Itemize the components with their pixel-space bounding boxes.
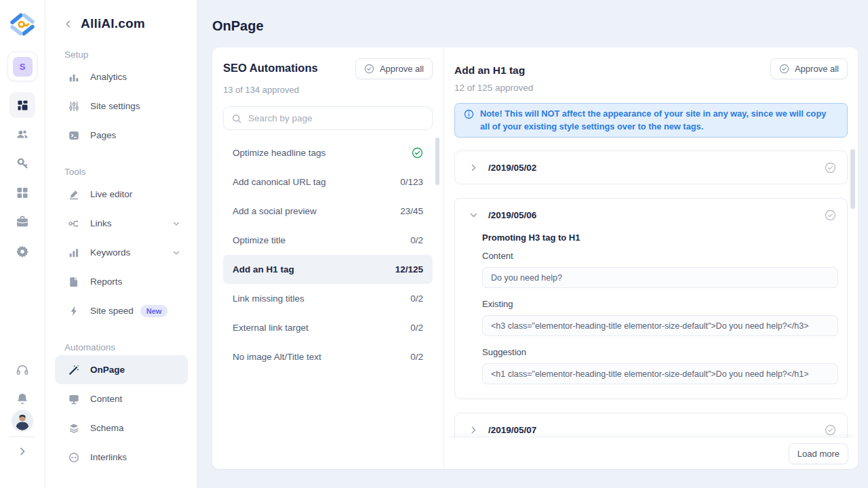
- page-path: /2019/05/02: [488, 163, 536, 173]
- workspace-initial: S: [13, 57, 33, 77]
- sidebar-item-label: OnPage: [90, 365, 125, 375]
- sidebar-item-schema[interactable]: Schema: [55, 413, 188, 443]
- load-more-label: Load more: [797, 449, 840, 459]
- bar-chart-icon: [68, 71, 80, 83]
- back-chevron-icon[interactable]: [63, 18, 74, 29]
- automation-count: 23/45: [400, 206, 423, 216]
- search-icon: [231, 113, 242, 124]
- approve-all-button[interactable]: Approve all: [355, 58, 433, 79]
- approve-page-button[interactable]: [825, 209, 836, 221]
- automation-count: 12/125: [395, 264, 423, 274]
- sidebar-item-live-editor[interactable]: Live editor: [55, 180, 188, 209]
- sidebar-item-label: Site settings: [90, 101, 140, 111]
- site-switcher: AlliAI.com: [45, 0, 197, 31]
- automation-item-optimize-headline-tags[interactable]: Optimize headline tags: [223, 138, 433, 167]
- sidebar-item-label: Reports: [90, 277, 122, 287]
- link-icon: [68, 451, 80, 464]
- sidebar-item-links[interactable]: Links: [55, 209, 188, 238]
- bars-icon: [68, 247, 80, 259]
- approve-page-button[interactable]: [825, 162, 836, 174]
- dashboard-icon[interactable]: [16, 186, 30, 200]
- automation-count: 0/123: [400, 177, 423, 187]
- page-path: /2019/05/06: [488, 210, 536, 220]
- sidebar-item-site-settings[interactable]: Site settings: [55, 92, 188, 121]
- gear-icon[interactable]: [16, 244, 30, 258]
- workspace-tab[interactable]: S: [7, 52, 37, 81]
- automation-list: Optimize headline tags Add canonical URL…: [223, 138, 433, 371]
- existing-label: Existing: [482, 299, 838, 309]
- bell-icon[interactable]: [16, 392, 30, 406]
- detail-scrollbar-thumb[interactable]: [850, 149, 855, 209]
- automation-item-no-image-alt-title-text[interactable]: No image Alt/Title text 0/2: [223, 342, 433, 371]
- automation-item-add-a-social-preview[interactable]: Add a social preview 23/45: [223, 197, 433, 226]
- sidebar-item-reports[interactable]: Reports: [55, 267, 188, 296]
- sidebar-item-interlinks[interactable]: Interlinks: [55, 443, 188, 472]
- user-avatar[interactable]: [12, 410, 33, 430]
- headphones-icon[interactable]: [16, 363, 30, 377]
- briefcase-icon[interactable]: [16, 215, 30, 229]
- sidebar-item-analytics[interactable]: Analytics: [55, 62, 188, 92]
- automation-item-optimize-title[interactable]: Optimize title 0/2: [223, 226, 433, 255]
- panel-title: SEO Automations: [223, 62, 318, 75]
- list-scrollbar-thumb[interactable]: [435, 138, 439, 185]
- automation-label: External link target: [233, 323, 309, 333]
- chevron-right-icon[interactable]: [17, 446, 28, 457]
- page-card-2019-05-02: /2019/05/02: [454, 150, 848, 184]
- automation-item-add-canonical-url-tag[interactable]: Add canonical URL tag 0/123: [223, 167, 433, 197]
- sliders-icon: [68, 100, 80, 113]
- section-label-tools: Tools: [64, 167, 178, 177]
- chevron-down-icon: [172, 220, 180, 228]
- load-more-button[interactable]: Load more: [789, 443, 848, 464]
- onpage-workcard: SEO Automations Approve all 13 of 134 ap…: [212, 47, 858, 469]
- content-value-input[interactable]: Do you need help?: [482, 267, 838, 288]
- magic-wand-icon: [68, 364, 80, 376]
- section-label-setup: Setup: [64, 49, 178, 60]
- automation-item-add-an-h1-tag[interactable]: Add an H1 tag 12/125: [223, 255, 433, 284]
- search-input[interactable]: [248, 113, 425, 123]
- sidebar-item-label: Links: [90, 218, 112, 228]
- sidebar-item-label: Site speed: [90, 306, 134, 316]
- detail-panel: Add an H1 tag 12 of 125 approved Approve…: [444, 47, 858, 469]
- automation-item-external-link-target[interactable]: External link target 0/2: [223, 313, 433, 342]
- page-card-2019-05-06: /2019/05/06 Promoting H3 tag to H1 Conte…: [454, 198, 848, 399]
- approve-all-button[interactable]: Approve all: [770, 58, 848, 79]
- approved-count: 13 of 134 approved: [223, 85, 433, 95]
- rail-divider: [9, 436, 35, 437]
- automation-label: No image Alt/Title text: [233, 352, 321, 362]
- info-circle-icon: [464, 109, 474, 119]
- detail-title: Add an H1 tag: [454, 64, 533, 77]
- automation-label: Optimize title: [233, 235, 285, 245]
- automation-label: Add an H1 tag: [233, 264, 294, 274]
- sidebar-item-content[interactable]: Content: [55, 384, 188, 413]
- key-icon[interactable]: [16, 157, 30, 171]
- automation-item-link-missing-titles[interactable]: Link missing titles 0/2: [223, 284, 433, 313]
- approved-check-icon: [412, 147, 423, 159]
- people-icon[interactable]: [16, 127, 30, 142]
- page-card-header[interactable]: /2019/05/06: [455, 199, 847, 231]
- main-content: OnPage SEO Automations Approve all 13 of…: [197, 0, 868, 488]
- page-title: OnPage: [212, 18, 264, 34]
- grid-icon[interactable]: [9, 92, 35, 118]
- sidebar-item-label: Interlinks: [90, 452, 127, 462]
- detail-approved-count: 12 of 125 approved: [454, 83, 533, 93]
- monitor-icon: [68, 393, 80, 405]
- sidebar-item-label: Schema: [90, 423, 124, 433]
- suggestion-label: Suggestion: [482, 347, 838, 357]
- sidebar-item-site-speed[interactable]: Site speed New: [55, 296, 188, 325]
- automation-label: Add canonical URL tag: [233, 177, 326, 187]
- sidebar-item-pages[interactable]: Pages: [55, 121, 188, 150]
- approve-page-button[interactable]: [825, 424, 836, 436]
- content-label: Content: [482, 251, 838, 261]
- sidebar-item-onpage[interactable]: OnPage: [55, 355, 188, 384]
- node-tree-icon: [68, 218, 80, 230]
- automation-count: 0/2: [410, 235, 423, 245]
- automation-count: 0/2: [410, 323, 423, 333]
- page-card-header[interactable]: /2019/05/02: [455, 151, 847, 184]
- pencil-icon: [68, 188, 80, 201]
- automation-count: 0/2: [410, 293, 423, 304]
- alli-logo-icon: [8, 10, 37, 39]
- sidebar-item-keywords[interactable]: Keywords: [55, 238, 188, 267]
- site-name: AlliAI.com: [81, 16, 145, 31]
- document-icon: [68, 276, 80, 288]
- automation-label: Link missing titles: [233, 293, 304, 304]
